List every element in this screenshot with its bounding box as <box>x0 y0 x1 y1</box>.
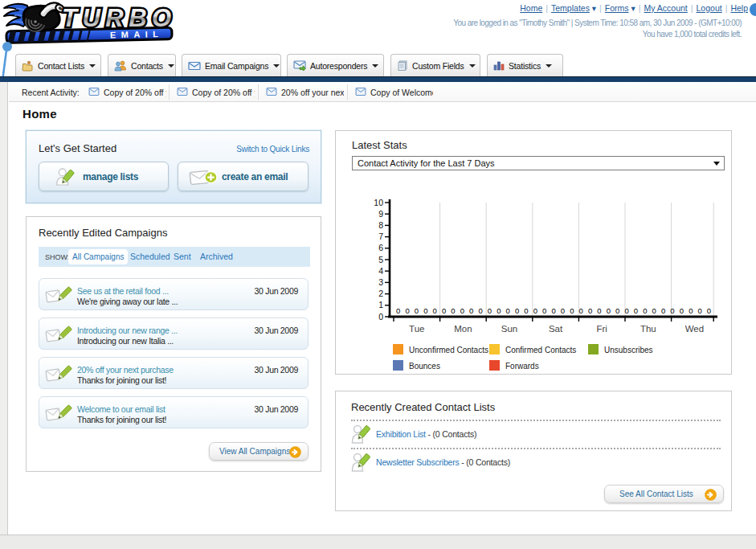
svg-text:TURBO: TURBO <box>62 4 177 32</box>
